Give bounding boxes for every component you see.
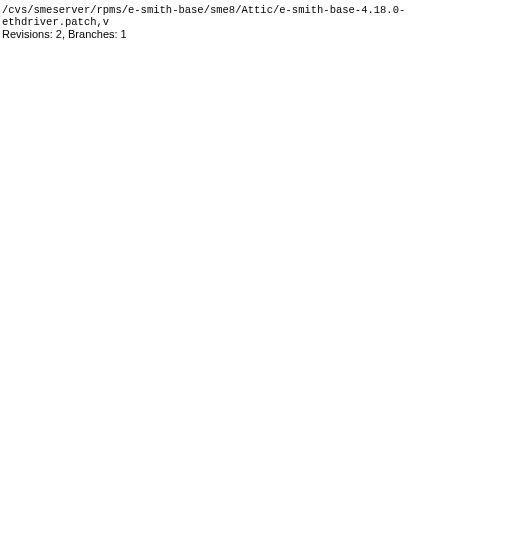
header-path: /cvs/smeserver/rpms/e-smith-base/sme8/At…: [0, 0, 506, 28]
header-meta: Revisions: 2, Branches: 1: [0, 28, 506, 46]
